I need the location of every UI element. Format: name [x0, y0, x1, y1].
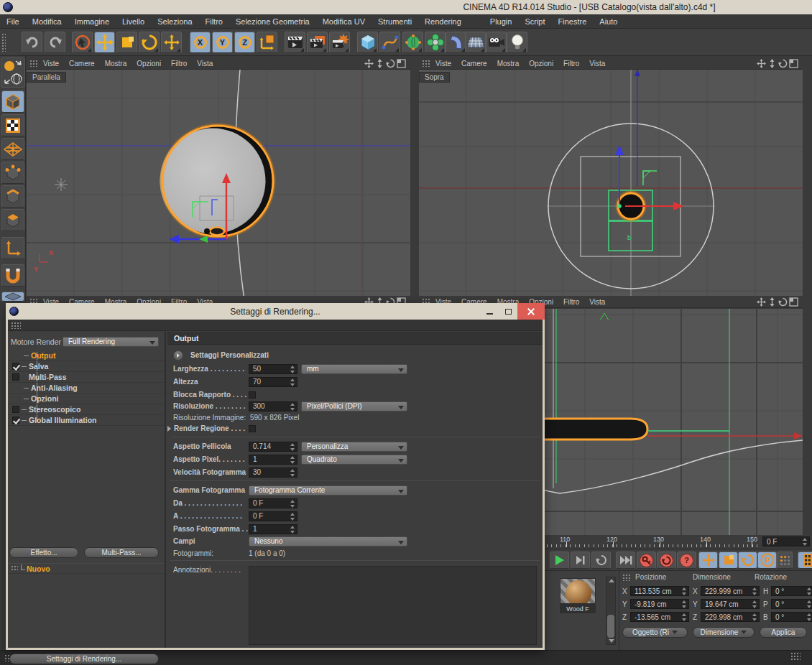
menu-file[interactable]: File [0, 17, 26, 26]
menu-modifica[interactable]: Modifica [26, 17, 68, 26]
a-field[interactable]: 0 F [249, 511, 297, 521]
menu-strumenti[interactable]: Strumenti [372, 17, 418, 26]
z-axis-lock-button[interactable]: Z [234, 32, 255, 53]
tree-item-stereoscopico[interactable]: Stereoscopico [8, 404, 165, 415]
zoom-view-icon[interactable] [767, 297, 777, 307]
add-spline-button[interactable] [379, 32, 400, 53]
live-selection-tool-button[interactable] [72, 32, 93, 53]
position-z-field[interactable]: -13.565 cm [630, 612, 689, 622]
larghezza-unit-dropdown[interactable]: mm [301, 364, 407, 374]
menu-plugin[interactable]: Plugin [484, 17, 519, 26]
materials-scrollbar[interactable] [606, 577, 616, 645]
position-x-field[interactable]: 113.535 cm [630, 586, 689, 596]
vp-menu-vista[interactable]: Vista [584, 60, 610, 68]
toggle-view-icon[interactable] [789, 297, 798, 307]
multipass-checkbox[interactable] [12, 373, 19, 381]
add-generator-button[interactable] [402, 32, 423, 53]
tree-item-output[interactable]: Output [8, 350, 165, 361]
gi-checkbox[interactable] [12, 417, 19, 424]
toolbar-grip[interactable] [1, 33, 6, 52]
toggle-view-icon[interactable] [789, 59, 798, 68]
add-camera-button[interactable] [486, 32, 507, 53]
salva-checkbox[interactable] [12, 363, 19, 370]
vp-menu-vista[interactable]: Vista [584, 298, 610, 306]
rotation-b-field[interactable]: 0 ° [771, 612, 812, 622]
tree-item-antialiasing[interactable]: Anti-Aliasing [8, 383, 165, 394]
panel-grip[interactable] [622, 574, 631, 581]
frame-stepper[interactable] [802, 538, 808, 546]
vp-menu-vista[interactable]: Vista [192, 60, 218, 68]
menu-finestre[interactable]: Finestre [552, 17, 594, 26]
vp-menu-filtro[interactable]: Filtro [166, 60, 192, 68]
rotation-p-field[interactable]: 0 ° [771, 599, 812, 609]
render-settings-button[interactable] [329, 32, 350, 53]
viewport-top-canvas[interactable]: Sopra b [419, 70, 803, 300]
render-region-expander-icon[interactable] [167, 426, 171, 432]
stereoscopico-checkbox[interactable] [12, 406, 19, 413]
coord-dimension-mode-button[interactable]: Dimensione [693, 627, 755, 638]
coord-object-mode-button[interactable]: Oggetto (Ri [622, 627, 688, 638]
vp-menu-opzioni[interactable]: Opzioni [132, 60, 166, 68]
zoom-view-icon[interactable] [375, 59, 384, 68]
altezza-field[interactable]: 70 [249, 377, 297, 387]
risoluzione-unit-dropdown[interactable]: Pixel/Pollici (DPI) [301, 401, 407, 411]
close-button[interactable] [517, 303, 545, 320]
viewport-grip[interactable] [29, 60, 38, 67]
aspetto-pixel-field[interactable]: 1 [249, 455, 297, 465]
annotazioni-textarea[interactable] [249, 566, 537, 645]
scrollbar-thumb[interactable] [607, 615, 614, 638]
pan-view-icon[interactable] [757, 59, 766, 68]
campi-dropdown[interactable]: Nessuno [249, 536, 407, 547]
pan-view-icon[interactable] [364, 59, 374, 68]
keyframe-selection-button[interactable]: ? [677, 552, 696, 569]
vp-menu-filtro[interactable]: Filtro [558, 60, 584, 68]
rotate-view-icon[interactable] [778, 59, 788, 68]
vp-menu-opzioni[interactable]: Opzioni [524, 60, 558, 68]
menu-immagine[interactable]: Immagine [68, 17, 116, 26]
aspetto-pellicola-dropdown[interactable]: Personalizza [301, 442, 407, 452]
redo-button[interactable] [45, 32, 65, 53]
rotation-h-field[interactable]: 0 ° [771, 586, 812, 596]
record-parameter-button[interactable]: P [757, 552, 777, 569]
tree-item-multipass[interactable]: Multi-Pass [8, 372, 165, 383]
effect-button[interactable]: Effetto... [9, 547, 78, 558]
x-axis-lock-button[interactable]: X [190, 32, 211, 53]
tree-item-global-illumination[interactable]: Global Illumination [8, 415, 165, 426]
rotate-view-icon[interactable] [778, 297, 788, 307]
vp-menu-filtro[interactable]: Filtro [558, 298, 584, 306]
viewport-grip[interactable] [422, 60, 430, 67]
dimension-y-field[interactable]: 19.647 cm [701, 599, 760, 609]
tree-item-opzioni[interactable]: Opzioni [8, 394, 165, 404]
render-to-picture-viewer-button[interactable] [307, 32, 328, 53]
points-mode-button[interactable] [1, 162, 24, 184]
polygons-mode-button[interactable] [1, 209, 24, 231]
play-button[interactable] [550, 552, 569, 569]
undo-button[interactable] [22, 32, 42, 53]
toggle-view-icon[interactable] [397, 59, 406, 68]
viewport-parallel-canvas[interactable]: Parallela [27, 70, 410, 300]
tree-item-salva[interactable]: Salva [8, 361, 165, 372]
add-floor-environment-button[interactable] [465, 32, 486, 53]
menu-script[interactable]: Script [518, 17, 551, 26]
custom-settings-button[interactable] [173, 350, 183, 361]
y-axis-lock-button[interactable]: Y [212, 32, 233, 53]
render-regione-checkbox[interactable] [249, 425, 256, 432]
vp-menu-mostra[interactable]: Mostra [100, 60, 132, 68]
larghezza-field[interactable]: 50 [249, 364, 297, 374]
minimize-button[interactable] [480, 303, 499, 320]
vp-menu-viste[interactable]: Viste [38, 60, 64, 68]
risoluzione-field[interactable]: 300 [249, 401, 297, 411]
record-keyframe-button[interactable] [637, 552, 656, 569]
record-active-objects-button[interactable] [777, 552, 793, 569]
vp-menu-mostra[interactable]: Mostra [492, 60, 525, 68]
add-deformer-button[interactable] [446, 32, 466, 53]
material-item-wood[interactable]: Wood F [560, 578, 596, 613]
enable-axis-button[interactable] [1, 237, 24, 259]
loop-playback-button[interactable] [591, 552, 611, 569]
convert-object-button[interactable] [1, 57, 25, 88]
aspetto-pellicola-field[interactable]: 0.714 [249, 442, 297, 452]
aspetto-pixel-dropdown[interactable]: Quadrato [301, 455, 407, 465]
menu-livello[interactable]: Livello [116, 17, 151, 26]
snap-magnet-button[interactable] [1, 264, 24, 287]
scroll-down-icon[interactable] [609, 639, 614, 643]
